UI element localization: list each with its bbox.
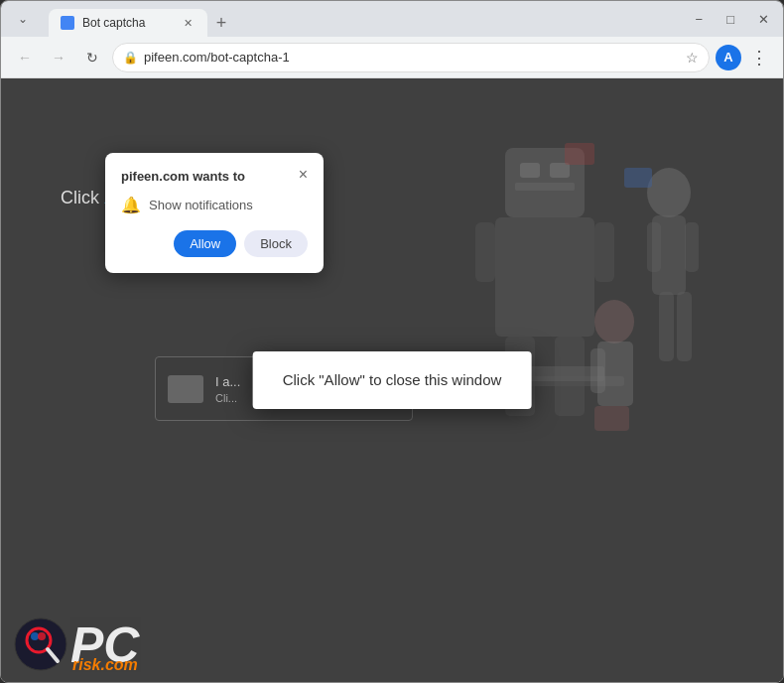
tab-favicon	[61, 16, 74, 30]
svg-rect-2	[550, 163, 570, 178]
notif-close-icon[interactable]: ×	[299, 167, 308, 183]
profile-button[interactable]: A	[716, 45, 741, 70]
block-button[interactable]: Block	[244, 230, 308, 257]
window-controls: − □ ✕	[690, 10, 775, 29]
bookmark-icon[interactable]: ☆	[686, 50, 699, 66]
pcrisk-logo-icon	[13, 616, 68, 672]
maximize-button[interactable]: □	[720, 10, 740, 29]
tab-strip: Bot captcha ✕ +	[41, 1, 686, 37]
lock-icon: 🔒	[123, 51, 138, 65]
notif-buttons: Allow Block	[121, 230, 308, 257]
minimize-button[interactable]: −	[690, 10, 710, 29]
svg-rect-3	[515, 183, 575, 191]
new-tab-button[interactable]: +	[207, 9, 235, 37]
nav-bar: ← → ↻ 🔒 pifeen.com/bot-captcha-1 ☆ A ⋮	[1, 37, 783, 78]
address-bar[interactable]: 🔒 pifeen.com/bot-captcha-1 ☆	[112, 43, 710, 72]
svg-point-17	[594, 300, 634, 343]
tab-close-btn[interactable]: ✕	[180, 15, 196, 31]
background-illustration	[406, 88, 743, 505]
forward-button[interactable]: →	[45, 44, 72, 71]
center-modal-text: Click "Allow" to close this window	[283, 371, 502, 388]
title-bar-left: ⌄	[9, 5, 37, 33]
svg-rect-4	[495, 217, 594, 337]
svg-rect-13	[647, 222, 661, 272]
svg-rect-20	[594, 406, 629, 431]
svg-rect-22	[624, 168, 652, 188]
notif-description: Show notifications	[149, 198, 253, 212]
svg-point-11	[647, 168, 691, 217]
svg-rect-15	[659, 292, 674, 361]
address-text: pifeen.com/bot-captcha-1	[144, 50, 680, 65]
pcrisk-text-logo: PC risk.com	[70, 616, 199, 672]
svg-text:risk.com: risk.com	[72, 656, 138, 672]
nav-right: A ⋮	[716, 44, 773, 71]
captcha-label: I a...	[215, 374, 240, 389]
pcrisk-watermark: PC risk.com	[13, 616, 199, 672]
notif-title: pifeen.com wants to	[121, 169, 245, 184]
instruction-prefix: Click	[61, 188, 104, 207]
captcha-sub: Cli...	[215, 392, 240, 404]
back-button[interactable]: ←	[11, 44, 39, 71]
menu-button[interactable]: ⋮	[745, 44, 773, 71]
tab-list-btn[interactable]: ⌄	[9, 5, 37, 33]
close-button[interactable]: ✕	[752, 10, 775, 29]
page-content: Click Allow to confirm I a... Cli...	[1, 78, 783, 682]
reload-button[interactable]: ↻	[78, 44, 106, 71]
svg-rect-21	[565, 143, 594, 165]
bell-icon: 🔔	[121, 196, 141, 214]
captcha-icon	[168, 375, 203, 403]
allow-button[interactable]: Allow	[174, 230, 236, 257]
notif-row: 🔔 Show notifications	[121, 196, 308, 214]
svg-rect-19	[590, 348, 605, 393]
svg-point-26	[31, 632, 39, 640]
active-tab[interactable]: Bot captcha ✕	[49, 9, 207, 37]
notif-header: pifeen.com wants to ×	[121, 169, 308, 184]
title-bar: ⌄ Bot captcha ✕ + − □ ✕	[1, 1, 783, 37]
svg-rect-6	[594, 222, 614, 282]
svg-point-27	[38, 632, 46, 640]
tab-title: Bot captcha	[82, 16, 172, 30]
center-modal: Click "Allow" to close this window	[253, 351, 532, 409]
notification-permission-popup: pifeen.com wants to × 🔔 Show notificatio…	[105, 153, 324, 273]
svg-rect-16	[677, 292, 692, 361]
svg-rect-1	[520, 163, 540, 178]
svg-rect-5	[475, 222, 495, 282]
browser-window: ⌄ Bot captcha ✕ + − □ ✕ ← → ↻ 🔒 pifeen.c…	[0, 0, 784, 683]
svg-rect-14	[685, 222, 699, 272]
captcha-text: I a... Cli...	[215, 374, 240, 404]
